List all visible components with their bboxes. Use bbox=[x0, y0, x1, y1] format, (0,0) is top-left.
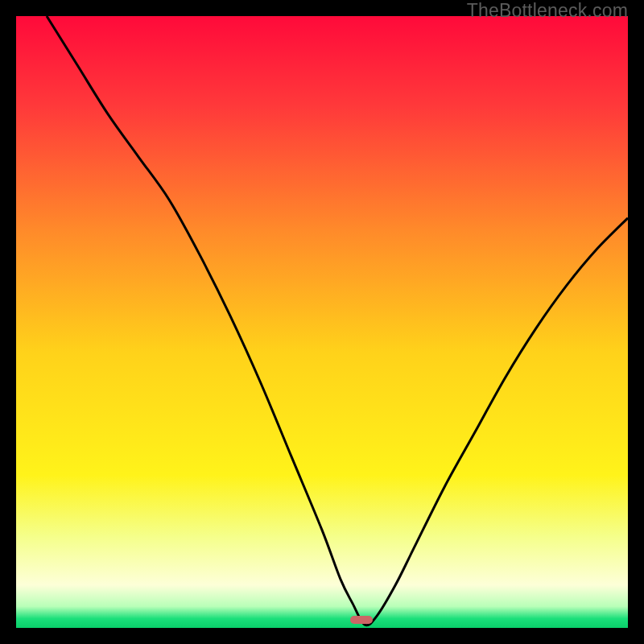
watermark: TheBottleneck.com bbox=[467, 0, 628, 22]
chart-frame: TheBottleneck.com bbox=[0, 0, 644, 644]
bottleneck-curve bbox=[16, 16, 628, 628]
plot-area bbox=[16, 16, 628, 628]
optimal-marker bbox=[350, 616, 373, 624]
